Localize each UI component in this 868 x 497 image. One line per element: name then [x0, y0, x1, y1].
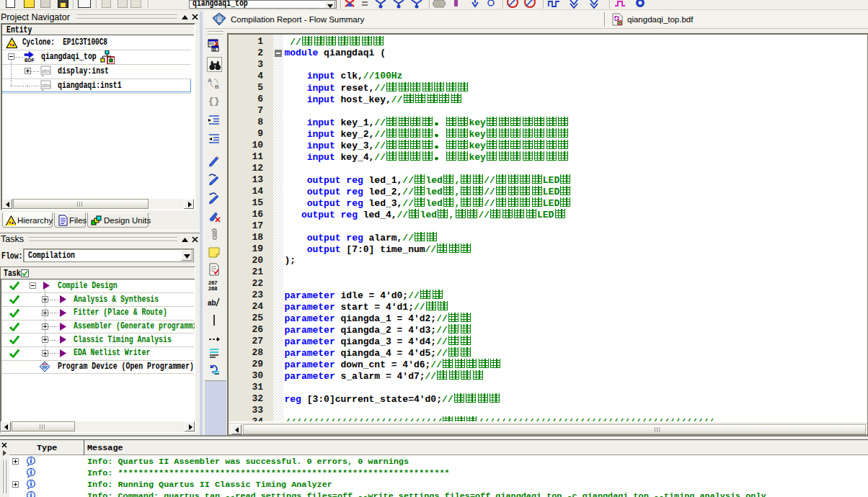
svg-text:abc: abc: [42, 82, 51, 89]
svg-text:268: 268: [208, 285, 218, 292]
svg-text:{}: {}: [208, 96, 220, 107]
svg-text:ab: ab: [208, 299, 216, 307]
svg-text:B: B: [215, 84, 219, 90]
svg-text:A: A: [208, 77, 212, 84]
svg-text:BDF: BDF: [25, 58, 34, 63]
svg-text:abc: abc: [42, 68, 51, 74]
